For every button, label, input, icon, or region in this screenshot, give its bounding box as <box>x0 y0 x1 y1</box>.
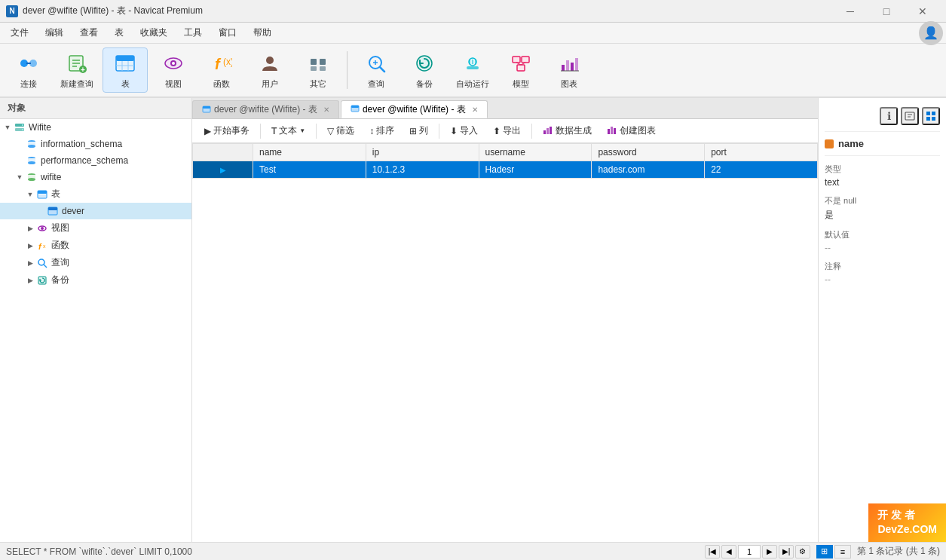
sort-button[interactable]: ↕ 排序 <box>363 122 400 139</box>
menu-file[interactable]: 文件 <box>3 23 36 42</box>
watermark-line1: 开 发 者 <box>877 508 937 523</box>
svg-text:f: f <box>215 56 222 72</box>
cell-password[interactable]: hadesr.com <box>592 161 705 179</box>
toolbar-user[interactable]: 用户 <box>247 47 292 93</box>
connect-label: 连接 <box>20 78 37 90</box>
toolbar-chart[interactable]: 图表 <box>546 47 592 93</box>
toolbar-table[interactable]: 表 <box>103 47 148 93</box>
begin-tx-icon: ▶ <box>204 126 211 136</box>
begin-tx-button[interactable]: ▶ 开始事务 <box>198 122 256 139</box>
svg-rect-73 <box>543 130 546 134</box>
nav-first[interactable]: |◀ <box>705 545 720 558</box>
tree-item-backups[interactable]: ▶ 备份 <box>0 271 191 289</box>
svg-point-50 <box>28 145 35 148</box>
svg-rect-58 <box>38 191 47 194</box>
tables-group-icon <box>36 188 48 200</box>
tree-item-wifite-root[interactable]: ▼ Wifite <box>0 119 191 136</box>
cell-port[interactable]: 22 <box>705 161 818 179</box>
right-panel: ℹ name 类型 text 不是 null 是 默认值 -- 注释 -- <box>818 98 946 542</box>
toolbar-view[interactable]: 视图 <box>151 47 196 93</box>
cell-name[interactable]: Test <box>253 161 366 179</box>
tree-item-funcs[interactable]: ▶ fx 函数 <box>0 237 191 254</box>
nav-last[interactable]: ▶| <box>779 545 794 558</box>
col-header-port[interactable]: port <box>705 144 818 161</box>
app-icon: N <box>6 5 18 17</box>
tree-item-wifite-db[interactable]: ▼ wifite <box>0 169 191 185</box>
menu-view[interactable]: 查看 <box>72 23 106 42</box>
svg-rect-34 <box>513 57 520 63</box>
import-button[interactable]: ⬇ 导入 <box>444 122 484 139</box>
nav-settings[interactable]: ⚙ <box>795 545 810 558</box>
tree-item-info-schema[interactable]: information_schema <box>0 136 191 152</box>
tab-1[interactable]: dever @wifite (Wifite) - 表 ✕ <box>192 100 339 118</box>
rp-grid-btn[interactable] <box>922 107 940 125</box>
tree-label-wifite-db: wifite <box>41 172 61 182</box>
new-query-label: 新建查询 <box>60 78 93 90</box>
expand-icon <box>36 207 45 216</box>
cell-username[interactable]: Hadesr <box>479 161 592 179</box>
db-icon <box>26 155 38 167</box>
svg-rect-83 <box>932 112 935 115</box>
close-button[interactable]: ✕ <box>905 0 940 23</box>
create-chart-button[interactable]: 创建图表 <box>601 122 662 139</box>
tree-label-tables: 表 <box>51 188 60 200</box>
tab-1-label: dever @wifite (Wifite) - 表 <box>214 103 317 116</box>
column-label: 列 <box>419 124 428 137</box>
export-button[interactable]: ⬆ 导出 <box>487 122 527 139</box>
expand-icon: ▶ <box>26 241 35 250</box>
menu-help[interactable]: 帮助 <box>246 23 279 42</box>
menu-edit[interactable]: 编辑 <box>38 23 71 42</box>
toolbar-autorun[interactable]: 自动运行 <box>450 47 495 93</box>
nav-prev[interactable]: ◀ <box>721 545 736 558</box>
svg-point-16 <box>172 62 175 65</box>
tab-1-close[interactable]: ✕ <box>323 106 329 114</box>
tab-2[interactable]: dever @wifite (Wifite) - 表 ✕ <box>341 100 488 118</box>
toolbar-connect[interactable]: 连接 <box>6 47 51 93</box>
toolbar-other[interactable]: 其它 <box>295 47 341 93</box>
user-icon <box>258 51 282 75</box>
view-grid-btn[interactable]: ⊞ <box>816 545 833 558</box>
tree-item-perf-schema[interactable]: performance_schema <box>0 152 191 169</box>
minimize-button[interactable]: ─ <box>833 0 868 23</box>
profile-avatar[interactable]: 👤 <box>919 21 943 45</box>
toolbar-query[interactable]: 查询 <box>354 47 399 93</box>
text-button[interactable]: T 文本 ▼ <box>265 122 311 139</box>
nav-next[interactable]: ▶ <box>762 545 777 558</box>
rp-section-type: 类型 text <box>825 164 940 188</box>
menu-window[interactable]: 窗口 <box>211 23 244 42</box>
funcs-icon: fx <box>36 240 48 252</box>
status-bar-right: |◀ ◀ ▶ ▶| ⚙ ⊞ ≡ 第 1 条记录 (共 1 条) <box>705 545 940 558</box>
toolbar-function[interactable]: f(x) 函数 <box>199 47 244 93</box>
view-form-btn[interactable]: ≡ <box>834 545 851 558</box>
rp-comment-label: 注释 <box>825 261 940 272</box>
table-row[interactable]: ▶ Test 10.1.2.3 Hadesr hadesr.com 22 <box>193 161 818 179</box>
svg-rect-33 <box>467 66 479 69</box>
data-gen-button[interactable]: 数据生成 <box>537 122 598 139</box>
toolbar-new-query[interactable]: + 新建查询 <box>54 47 99 93</box>
rp-ddl-btn[interactable] <box>901 107 919 125</box>
tree-item-queries[interactable]: ▶ 查询 <box>0 254 191 271</box>
maximize-button[interactable]: □ <box>869 0 904 23</box>
new-query-icon: + <box>65 51 89 75</box>
tree-item-views[interactable]: ▶ 视图 <box>0 219 191 237</box>
toolbar-backup[interactable]: 备份 <box>402 47 447 93</box>
cell-ip[interactable]: 10.1.2.3 <box>366 161 479 179</box>
text-icon: T <box>271 126 277 136</box>
chart-label: 图表 <box>561 78 577 90</box>
column-button[interactable]: ⊞ 列 <box>403 122 434 139</box>
tree-item-dever[interactable]: dever <box>0 203 191 219</box>
menu-favorites[interactable]: 收藏夹 <box>133 23 175 42</box>
filter-button[interactable]: ▽ 筛选 <box>321 122 360 139</box>
col-header-name[interactable]: name <box>253 144 366 161</box>
menu-tools[interactable]: 工具 <box>176 23 210 42</box>
col-header-username[interactable]: username <box>479 144 592 161</box>
col-header-ip[interactable]: ip <box>366 144 479 161</box>
tree-item-tables[interactable]: ▼ 表 <box>0 185 191 203</box>
toolbar-model[interactable]: 模型 <box>498 47 543 93</box>
col-header-password[interactable]: password <box>592 144 705 161</box>
rp-info-btn[interactable]: ℹ <box>880 107 898 125</box>
page-input[interactable] <box>738 545 761 558</box>
tab-2-close[interactable]: ✕ <box>472 106 478 114</box>
menu-table[interactable]: 表 <box>107 23 131 42</box>
svg-rect-79 <box>905 112 914 120</box>
